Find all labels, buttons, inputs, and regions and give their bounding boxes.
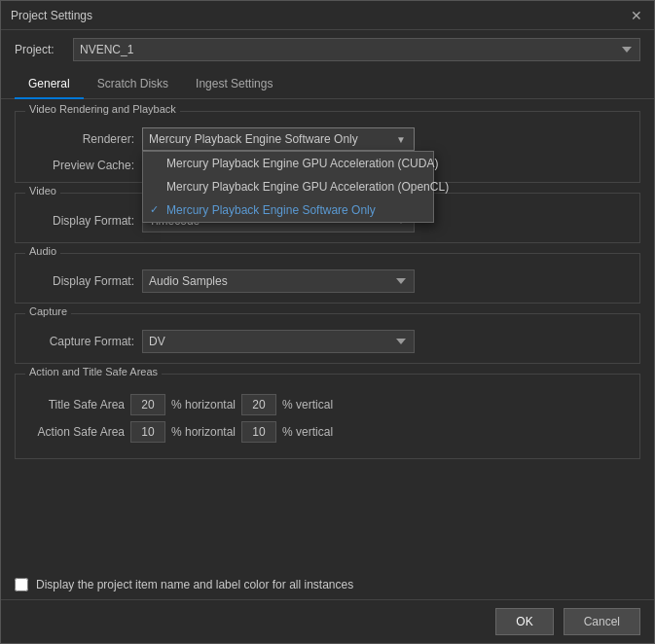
capture-format-row: Capture Format: DV [27, 330, 628, 353]
close-button[interactable]: ✕ [629, 8, 644, 23]
renderer-label: Renderer: [27, 132, 134, 146]
tabs-bar: General Scratch Disks Ingest Settings [1, 69, 654, 99]
title-safe-vert-pct: % vertical [282, 398, 333, 411]
audio-title: Audio [25, 245, 60, 257]
footer: OK Cancel [1, 599, 654, 643]
audio-display-format-label: Display Format: [27, 274, 134, 288]
capture-format-select[interactable]: DV [142, 330, 415, 353]
safe-areas-section: Action and Title Safe Areas Title Safe A… [15, 374, 640, 459]
video-rendering-title: Video Rendering and Playback [25, 103, 180, 115]
dropdown-item-opencl[interactable]: Mercury Playback Engine GPU Acceleration… [143, 175, 433, 198]
title-bar: Project Settings ✕ [1, 1, 654, 30]
preview-cache-label: Preview Cache: [27, 159, 134, 172]
video-rendering-section: Video Rendering and Playback Renderer: M… [15, 111, 640, 183]
dialog-title: Project Settings [11, 9, 92, 22]
display-project-item-label: Display the project item name and label … [36, 578, 353, 591]
action-safe-row: Action Safe Area % horizontal % vertical [27, 421, 628, 443]
renderer-row: Renderer: Mercury Playback Engine Softwa… [27, 127, 628, 151]
audio-display-format-select[interactable]: Audio Samples [142, 269, 415, 293]
checkbox-row: Display the project item name and label … [1, 570, 654, 599]
project-select[interactable]: NVENC_1 [73, 38, 640, 61]
action-safe-label: Action Safe Area [27, 425, 125, 439]
title-safe-label: Title Safe Area [27, 398, 125, 411]
chevron-down-icon: ▼ [396, 134, 406, 145]
action-safe-vert-input[interactable] [241, 421, 276, 443]
renderer-value: Mercury Playback Engine Software Only [149, 132, 358, 146]
display-project-item-checkbox[interactable] [15, 578, 28, 591]
project-label: Project: [15, 43, 63, 56]
audio-section: Audio Display Format: Audio Samples [15, 253, 640, 304]
title-safe-horiz-pct: % horizontal [171, 398, 236, 411]
capture-format-label: Capture Format: [27, 335, 134, 348]
tab-scratch-disks[interactable]: Scratch Disks [84, 70, 182, 99]
action-safe-vert-pct: % vertical [282, 425, 333, 439]
video-display-format-label: Display Format: [27, 214, 134, 228]
capture-title: Capture [25, 305, 71, 317]
capture-section: Capture Capture Format: DV [15, 313, 640, 364]
dropdown-item-cuda[interactable]: Mercury Playback Engine GPU Acceleration… [143, 152, 433, 175]
action-safe-horiz-pct: % horizontal [171, 425, 236, 439]
renderer-dropdown: Mercury Playback Engine GPU Acceleration… [142, 151, 434, 223]
tab-general[interactable]: General [15, 70, 84, 99]
cancel-button[interactable]: Cancel [564, 608, 640, 635]
project-row: Project: NVENC_1 [1, 30, 654, 69]
tab-ingest-settings[interactable]: Ingest Settings [182, 70, 286, 99]
renderer-display[interactable]: Mercury Playback Engine Software Only ▼ [142, 127, 415, 151]
title-safe-horiz-input[interactable] [130, 394, 165, 415]
title-safe-vert-input[interactable] [241, 394, 276, 415]
ok-button[interactable]: OK [495, 608, 553, 635]
video-title: Video [25, 185, 60, 197]
action-safe-horiz-input[interactable] [130, 421, 165, 443]
audio-display-format-row: Display Format: Audio Samples [27, 269, 628, 293]
main-content: Video Rendering and Playback Renderer: M… [1, 99, 654, 570]
title-safe-row: Title Safe Area % horizontal % vertical [27, 394, 628, 415]
renderer-wrapper: Mercury Playback Engine Software Only ▼ … [142, 127, 415, 151]
dropdown-item-software[interactable]: Mercury Playback Engine Software Only [143, 198, 433, 222]
dialog: Project Settings ✕ Project: NVENC_1 Gene… [0, 0, 655, 644]
safe-areas-title: Action and Title Safe Areas [25, 366, 162, 377]
